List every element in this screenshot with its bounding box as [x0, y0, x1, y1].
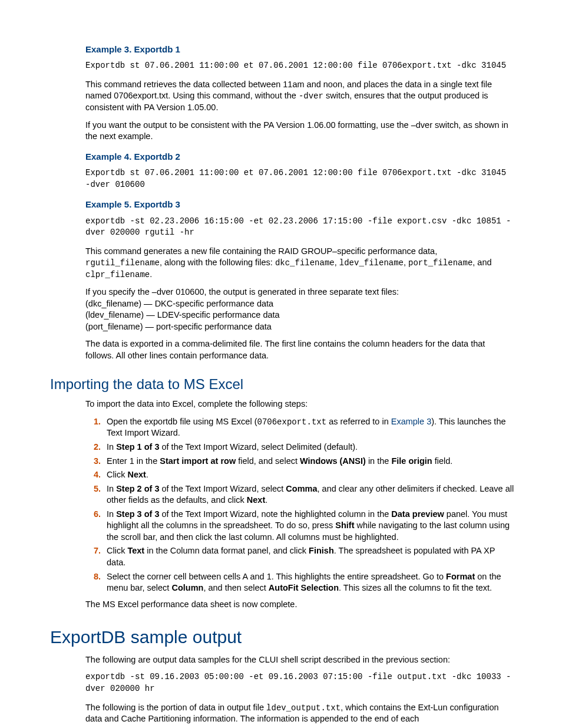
example-4-code: Exportdb st 07.06.2001 11:00:00 et 07.06…: [85, 167, 515, 190]
example-5-heading: Example 5. Exportdb 3: [85, 199, 515, 210]
example-4-heading: Example 4. Exportdb 2: [85, 151, 515, 163]
para: The following is the portion of data in …: [85, 702, 515, 725]
para: This command retrieves the data collecte…: [85, 79, 515, 114]
example-5-code: exportdb -st 02.23.2006 16:15:00 -et 02.…: [85, 216, 515, 239]
example-3-code: Exportdb st 07.06.2001 11:00:00 et 07.06…: [85, 60, 515, 72]
para: To import the data into Excel, complete …: [85, 398, 515, 410]
para: If you want the output to be consistent …: [85, 120, 515, 143]
section-importing-heading: Importing the data to MS Excel: [50, 375, 515, 394]
section-exportdb-sample-heading: ExportDB sample output: [50, 625, 515, 650]
para: This command generates a new file contai…: [85, 246, 515, 281]
para: The following are output data samples fo…: [85, 654, 515, 666]
para: If you specify the –dver 010600, the out…: [85, 286, 515, 332]
example-3-link[interactable]: Example 3: [391, 417, 432, 426]
para: The data is exported in a comma-delimite…: [85, 338, 515, 361]
steps-list: 1.Open the exportdb file using MS Excel …: [94, 416, 515, 594]
sample-code: exportdb -st 09.16.2003 05:00:00 -et 09.…: [85, 671, 515, 694]
example-3-heading: Example 3. Exportdb 1: [85, 44, 515, 55]
para: The MS Excel performance data sheet is n…: [85, 599, 515, 611]
